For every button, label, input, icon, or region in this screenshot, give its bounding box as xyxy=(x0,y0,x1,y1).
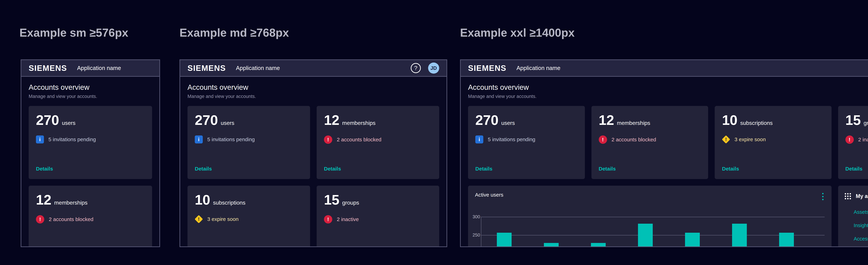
siemens-logo: SIEMENS xyxy=(187,63,226,73)
kebab-menu-icon[interactable] xyxy=(821,192,825,201)
stat-value: 12 xyxy=(324,113,339,127)
siemens-logo: SIEMENS xyxy=(29,63,67,73)
app-header: SIEMENS Application name ? JD xyxy=(461,60,868,77)
page-title: Accounts overview xyxy=(468,83,868,91)
chart-bar xyxy=(779,233,794,247)
frame-body: Accounts overview Manage and view your a… xyxy=(21,77,159,247)
chart-bar xyxy=(497,233,512,247)
stat-line: 10 subscriptions xyxy=(195,193,303,207)
chart-bar xyxy=(544,243,559,247)
stat-value: 270 xyxy=(36,113,59,127)
stat-card-groups: 15 groups ! 2 inactive Details xyxy=(838,106,868,179)
stat-label: subscriptions xyxy=(213,200,245,206)
app-link-label: Insights xyxy=(854,223,868,228)
stat-label: memberships xyxy=(617,120,650,126)
help-icon[interactable]: ? xyxy=(411,63,421,73)
my-apps-header: My apps xyxy=(845,192,868,201)
alert-icon: ! xyxy=(324,215,332,224)
badge-text: 2 accounts blocked xyxy=(337,137,381,143)
stat-line: 12 memberships xyxy=(599,113,701,127)
badge-row: ! 2 accounts blocked xyxy=(599,136,701,144)
stat-card-memberships: 12 memberships ! 2 accounts blocked Deta… xyxy=(591,106,708,179)
chart-bar xyxy=(638,224,653,247)
bar-chart-plot: 300250 xyxy=(475,210,825,247)
stat-card-memberships: 12 memberships ! 2 accounts blocked Deta… xyxy=(317,106,439,179)
avatar[interactable]: JD xyxy=(428,62,439,73)
app-header: SIEMENS Application name xyxy=(21,60,159,77)
details-link[interactable]: Details xyxy=(324,166,432,172)
app-link[interactable]: Assets flow› xyxy=(854,209,868,215)
badge-row: i 5 invitations pending xyxy=(36,136,145,143)
details-link[interactable]: Details xyxy=(195,166,303,172)
stat-label: groups xyxy=(342,200,359,206)
app-header: SIEMENS Application name ? JD xyxy=(180,60,446,77)
info-icon: i xyxy=(195,136,203,143)
alert-icon: ! xyxy=(845,136,854,144)
chart-bar xyxy=(685,233,700,247)
badge-text: 2 inactive xyxy=(858,137,868,143)
stat-line: 270 users xyxy=(195,113,303,127)
info-icon: i xyxy=(36,136,44,143)
stats-grid: 270 users i 5 invitations pending Detail… xyxy=(29,106,152,247)
app-link-label: Assets flow xyxy=(854,209,868,215)
details-link[interactable]: Details xyxy=(36,166,145,172)
app-link-label: Access key xyxy=(854,236,868,242)
stat-line: 15 groups xyxy=(845,113,868,127)
chart-bar xyxy=(591,243,606,247)
page-title: Accounts overview xyxy=(29,83,152,91)
chart-title: Active users xyxy=(475,192,503,198)
stat-line: 12 memberships xyxy=(36,193,145,207)
section-title-xxl: Example xxl ≥1400px xyxy=(460,26,575,39)
badge-row: i 5 invitations pending xyxy=(195,136,303,143)
section-title-sm: Example sm ≥576px xyxy=(20,26,128,39)
page-title: Accounts overview xyxy=(187,83,439,91)
stat-value: 15 xyxy=(324,193,339,207)
stat-line: 12 memberships xyxy=(324,113,432,127)
warning-icon: ! xyxy=(722,135,730,144)
stat-value: 12 xyxy=(599,113,614,127)
stat-label: groups xyxy=(864,120,868,126)
badge-text: 2 accounts blocked xyxy=(612,137,656,143)
stat-card-subscriptions: 10 subscriptions ! 3 expire soon Details xyxy=(715,106,832,179)
badge-row: ! 2 inactive xyxy=(324,215,432,224)
badge-text: 3 expire soon xyxy=(207,216,239,222)
y-axis-line xyxy=(481,217,482,247)
stat-card-users: 270 users i 5 invitations pending Detail… xyxy=(468,106,585,179)
warning-icon: ! xyxy=(195,215,203,223)
stat-value: 270 xyxy=(195,113,218,127)
app-link[interactable]: Access key› xyxy=(854,236,868,242)
section-title-md: Example md ≥768px xyxy=(180,26,289,39)
details-link[interactable]: Details xyxy=(599,166,701,172)
stat-value: 270 xyxy=(475,113,498,127)
details-link[interactable]: Details xyxy=(722,166,824,172)
screenshot-canvas: Example sm ≥576px Example md ≥768px Exam… xyxy=(0,0,868,265)
stat-card-memberships: 12 memberships ! 2 accounts blocked Deta… xyxy=(29,186,152,247)
badge-row: ! 2 accounts blocked xyxy=(324,136,432,144)
alert-icon: ! xyxy=(36,215,44,224)
stat-line: 270 users xyxy=(36,113,145,127)
badge-text: 5 invitations pending xyxy=(49,137,96,142)
siemens-logo: SIEMENS xyxy=(468,63,506,73)
details-link[interactable]: Details xyxy=(845,166,868,172)
chart-header: Active users xyxy=(475,192,825,201)
y-tick-label: 250 xyxy=(472,232,479,238)
stat-card-groups: 15 groups ! 2 inactive Details xyxy=(317,186,439,247)
badge-text: 2 accounts blocked xyxy=(49,216,93,222)
stat-card-users: 270 users i 5 invitations pending Detail… xyxy=(29,106,152,179)
chart-bar xyxy=(732,224,747,247)
header-actions: ? JD xyxy=(411,62,439,73)
my-apps-links: Assets flow›Insights›Access key›Assets A… xyxy=(845,209,868,247)
stat-card-users: 270 users i 5 invitations pending Detail… xyxy=(187,106,310,179)
stat-line: 15 groups xyxy=(324,193,432,207)
badge-row: i 5 invitations pending xyxy=(475,136,578,143)
my-apps-title: My apps xyxy=(856,193,868,199)
stats-grid: 270 users i 5 invitations pending Detail… xyxy=(187,106,439,247)
details-link[interactable]: Details xyxy=(475,166,578,172)
stat-label: users xyxy=(221,120,234,126)
badge-text: 5 invitations pending xyxy=(488,137,535,142)
frame-body: Accounts overview Manage and view your a… xyxy=(180,77,446,247)
app-link[interactable]: Insights› xyxy=(854,223,868,228)
badge-row: ! 2 accounts blocked xyxy=(36,215,145,224)
active-users-chart-card: Active users 300250 xyxy=(468,186,832,247)
stats-grid: 270 users i 5 invitations pending Detail… xyxy=(468,106,868,247)
